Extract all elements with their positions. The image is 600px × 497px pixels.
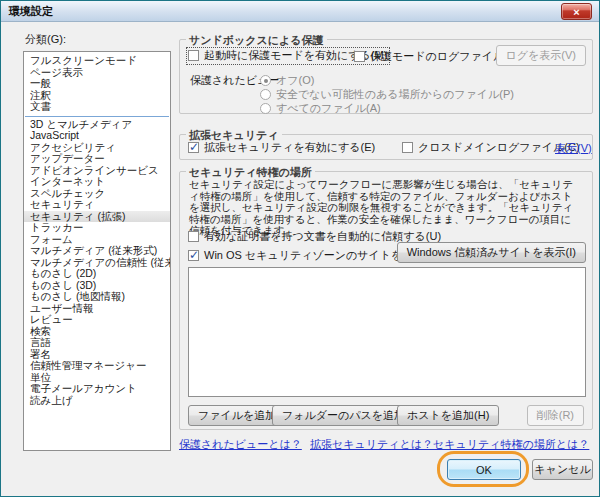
sidebar-item[interactable]: 読み上げ <box>24 395 170 407</box>
remove-button[interactable]: 削除(R) <box>527 405 584 426</box>
protected-mode-checkbox[interactable] <box>188 50 199 61</box>
preferences-dialog: 環境設定 × 分類(G): フルスクリーンモードページ表示一般注釈文書3D とマ… <box>0 0 600 497</box>
sidebar-item[interactable]: ものさし (地図情報) <box>24 291 170 303</box>
privileged-locations-group: セキュリティ特権の場所 セキュリティ設定によってワークフローに悪影響が生じる場合… <box>179 171 593 430</box>
sidebar-item[interactable]: アップデーター <box>24 153 170 165</box>
cross-domain-row[interactable]: クロスドメインログファイル(C) <box>402 140 580 155</box>
sandbox-group-title: サンドボックスによる保護 <box>186 33 327 48</box>
sidebar-item[interactable]: 文書 <box>24 101 170 113</box>
enable-enhanced-checkbox[interactable] <box>188 142 199 153</box>
radio-all-icon[interactable] <box>260 103 271 114</box>
view-log-button[interactable]: ログを表示(V) <box>496 45 586 66</box>
sidebar-item[interactable]: マルチメディア (従来形式) <box>24 245 170 257</box>
ok-button[interactable]: OK <box>447 459 521 480</box>
sandbox-protections-group: サンドボックスによる保護 起動時に保護モードを有効にする(M) 保護モードのログ… <box>179 39 593 114</box>
category-list[interactable]: フルスクリーンモードページ表示一般注釈文書3D とマルチメディアJavaScri… <box>23 51 171 451</box>
close-button[interactable]: × <box>561 3 592 20</box>
sidebar-item[interactable]: レビュー <box>24 314 170 326</box>
cross-domain-checkbox[interactable] <box>402 142 413 153</box>
enable-enhanced-row[interactable]: 拡張セキュリティを有効にする(E) <box>188 140 375 155</box>
sidebar-item[interactable]: インターネット <box>24 176 170 188</box>
protected-view-option-off[interactable]: オフ(O) <box>260 73 314 88</box>
create-log-checkbox[interactable] <box>354 51 365 62</box>
view-cross-domain-link[interactable]: 表示(V) <box>555 141 592 156</box>
sidebar-item[interactable]: 一般 <box>24 78 170 90</box>
add-host-button[interactable]: ホストを追加(H) <box>397 405 499 426</box>
category-separator <box>25 116 169 117</box>
sidebar-item[interactable]: トラッカー <box>24 222 170 234</box>
trust-certified-label: 有効な証明書を持つ文書を自動的に信頼する(U) <box>204 230 441 242</box>
sidebar-item[interactable]: 信頼性管理マネージャー <box>24 360 170 372</box>
privileged-description: セキュリティ設定によってワークフローに悪影響が生じる場合は、「セキュリティ特権の… <box>189 179 581 237</box>
categories-label: 分類(G): <box>25 32 66 47</box>
titlebar: 環境設定 <box>1 1 599 22</box>
dialog-title: 環境設定 <box>9 4 53 19</box>
protected-view-option-all[interactable]: すべてのファイル(A) <box>260 101 381 116</box>
close-icon: × <box>573 6 579 18</box>
sidebar-item[interactable]: ものさし (2D) <box>24 268 170 280</box>
radio-off-icon[interactable] <box>260 75 271 86</box>
sidebar-item[interactable]: 電子メールアカウント <box>24 383 170 395</box>
sidebar-item[interactable]: 言語 <box>24 337 170 349</box>
protected-view-option-unsafe[interactable]: 安全でない可能性のある場所からのファイル(P) <box>260 87 514 102</box>
help-link-enhanced-security[interactable]: 拡張セキュリティとは？ <box>310 437 433 452</box>
trust-winos-checkbox[interactable] <box>188 250 199 261</box>
enable-enhanced-label: 拡張セキュリティを有効にする(E) <box>204 141 375 153</box>
cancel-button[interactable]: キャンセル <box>532 459 593 480</box>
locations-listbox[interactable] <box>188 267 586 397</box>
radio-unsafe-icon[interactable] <box>260 89 271 100</box>
sidebar-item[interactable]: JavaScript <box>24 130 170 142</box>
view-trusted-sites-button[interactable]: Windows 信頼済みサイトを表示(I) <box>397 242 586 263</box>
sidebar-item[interactable]: フルスクリーンモード <box>24 55 170 67</box>
help-link-privileged-locations[interactable]: セキュリティ特権の場所とは？ <box>433 437 589 452</box>
enhanced-security-group: 拡張セキュリティ 拡張セキュリティを有効にする(E) クロスドメインログファイル… <box>179 134 593 160</box>
trust-certified-checkbox[interactable] <box>188 231 199 242</box>
sidebar-item[interactable]: セキュリティ <box>24 199 170 211</box>
help-link-protected-view[interactable]: 保護されたビューとは？ <box>179 437 302 452</box>
